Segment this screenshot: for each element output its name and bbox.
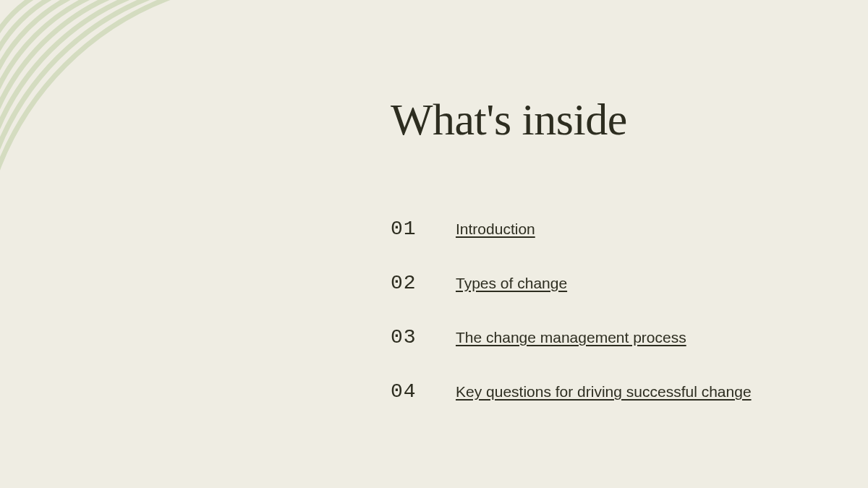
toc-item: 04 Key questions for driving successful … [391, 380, 825, 403]
toc-item: 02 Types of change [391, 272, 825, 294]
toc-number: 01 [391, 218, 456, 240]
page-title: What's inside [391, 94, 825, 145]
toc-link-key-questions[interactable]: Key questions for driving successful cha… [456, 383, 752, 401]
toc-item: 03 The change management process [391, 326, 825, 348]
toc-number: 04 [391, 380, 456, 403]
decorative-arcs [0, 0, 326, 488]
toc-link-introduction[interactable]: Introduction [456, 221, 535, 238]
toc-item: 01 Introduction [391, 218, 825, 240]
toc-link-types-of-change[interactable]: Types of change [456, 275, 567, 292]
toc-number: 02 [391, 272, 456, 294]
table-of-contents: 01 Introduction 02 Types of change 03 Th… [391, 218, 825, 403]
toc-link-change-management-process[interactable]: The change management process [456, 329, 686, 346]
toc-number: 03 [391, 326, 456, 348]
content-area: What's inside 01 Introduction 02 Types o… [391, 94, 825, 435]
